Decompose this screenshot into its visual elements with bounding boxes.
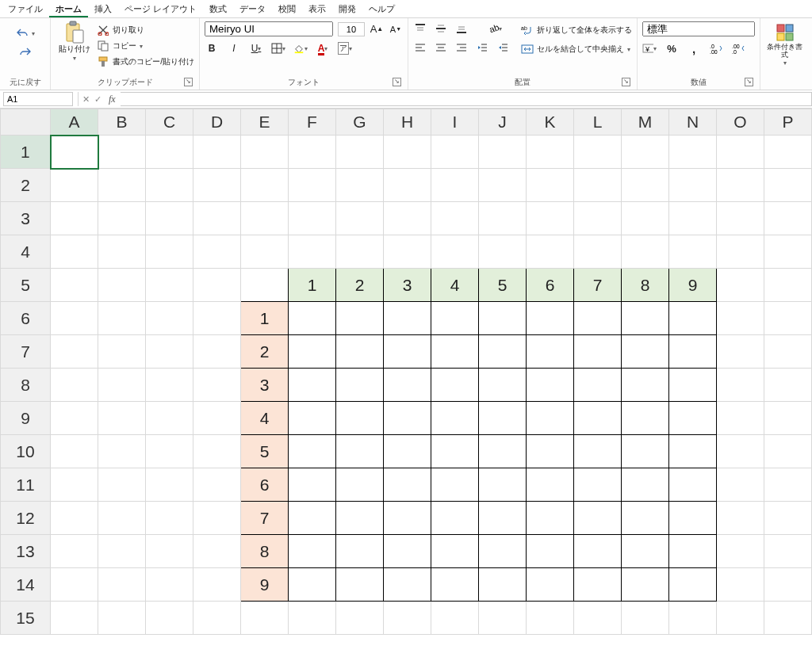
cell-O1[interactable]: [717, 136, 764, 169]
cell-F7[interactable]: [289, 335, 336, 369]
shrink-font-icon[interactable]: A▼: [389, 22, 403, 36]
menu-item-3[interactable]: ページ レイアウト: [118, 1, 203, 17]
cell-A2[interactable]: [51, 169, 98, 202]
cell-A13[interactable]: [51, 535, 98, 568]
conditional-formatting-button[interactable]: 条件付き書式: [765, 21, 805, 67]
cell-J10[interactable]: [479, 435, 527, 468]
cell-D5[interactable]: [193, 269, 241, 302]
indent-decrease-icon[interactable]: [475, 40, 489, 55]
align-center-icon[interactable]: [434, 40, 448, 55]
cell-K11[interactable]: [527, 468, 574, 502]
row-header-5[interactable]: 5: [1, 269, 51, 302]
cell-F13[interactable]: [289, 535, 336, 568]
cell-I5[interactable]: 4: [431, 269, 479, 302]
cell-P1[interactable]: [764, 136, 812, 169]
cell-I4[interactable]: [431, 235, 479, 269]
col-header-L[interactable]: L: [574, 109, 622, 136]
cell-P8[interactable]: [764, 369, 812, 402]
cell-K10[interactable]: [527, 435, 574, 468]
menu-item-8[interactable]: 開発: [332, 1, 362, 17]
cell-K2[interactable]: [527, 169, 574, 202]
cut-button[interactable]: 切り取り: [97, 23, 194, 37]
cell-C5[interactable]: [146, 269, 193, 302]
row-header-10[interactable]: 10: [1, 435, 51, 468]
cell-G5[interactable]: 2: [336, 269, 384, 302]
cell-E4[interactable]: [241, 235, 289, 269]
cell-L14[interactable]: [574, 568, 622, 602]
cell-N7[interactable]: [669, 335, 717, 369]
cell-A12[interactable]: [51, 502, 98, 535]
row-header-15[interactable]: 15: [1, 602, 51, 635]
cell-O14[interactable]: [717, 568, 764, 602]
cell-D7[interactable]: [193, 335, 241, 369]
cell-F12[interactable]: [289, 502, 336, 535]
cell-O6[interactable]: [717, 302, 764, 335]
cell-F15[interactable]: [289, 602, 336, 635]
percent-button[interactable]: %: [665, 41, 679, 55]
cell-L11[interactable]: [574, 468, 622, 502]
cell-E3[interactable]: [241, 202, 289, 235]
font-size-select[interactable]: [338, 22, 365, 36]
cell-F8[interactable]: [289, 369, 336, 402]
cell-D1[interactable]: [193, 136, 241, 169]
cell-B15[interactable]: [98, 602, 146, 635]
cell-L5[interactable]: 7: [574, 269, 622, 302]
cell-B6[interactable]: [98, 302, 146, 335]
cell-D8[interactable]: [193, 369, 241, 402]
col-header-B[interactable]: B: [98, 109, 146, 136]
cell-D2[interactable]: [193, 169, 241, 202]
cell-O11[interactable]: [717, 468, 764, 502]
italic-button[interactable]: I: [227, 41, 241, 55]
cell-K3[interactable]: [527, 202, 574, 235]
cell-I3[interactable]: [431, 202, 479, 235]
cell-I1[interactable]: [431, 136, 479, 169]
cell-G9[interactable]: [336, 402, 384, 435]
cell-C13[interactable]: [146, 535, 193, 568]
cell-P5[interactable]: [764, 269, 812, 302]
cell-G1[interactable]: [336, 136, 384, 169]
cell-K8[interactable]: [527, 369, 574, 402]
cell-L13[interactable]: [574, 535, 622, 568]
menu-item-6[interactable]: 校閲: [272, 1, 302, 17]
cell-E12[interactable]: 7: [241, 502, 289, 535]
cell-P4[interactable]: [764, 235, 812, 269]
cell-K6[interactable]: [527, 302, 574, 335]
cell-I2[interactable]: [431, 169, 479, 202]
cell-G13[interactable]: [336, 535, 384, 568]
col-header-E[interactable]: E: [241, 109, 289, 136]
cell-O4[interactable]: [717, 235, 764, 269]
cell-O8[interactable]: [717, 369, 764, 402]
menu-item-9[interactable]: ヘルプ: [362, 1, 401, 17]
cell-G11[interactable]: [336, 468, 384, 502]
cell-I9[interactable]: [431, 402, 479, 435]
menu-item-0[interactable]: ファイル: [2, 1, 49, 17]
cell-P10[interactable]: [764, 435, 812, 468]
merge-center-button[interactable]: セルを結合して中央揃え: [521, 42, 632, 56]
cell-C8[interactable]: [146, 369, 193, 402]
row-header-1[interactable]: 1: [1, 136, 51, 169]
cell-F2[interactable]: [289, 169, 336, 202]
cell-O3[interactable]: [717, 202, 764, 235]
cell-K14[interactable]: [527, 568, 574, 602]
cell-K9[interactable]: [527, 402, 574, 435]
cell-L3[interactable]: [574, 202, 622, 235]
cell-F3[interactable]: [289, 202, 336, 235]
cell-G7[interactable]: [336, 335, 384, 369]
cell-J11[interactable]: [479, 468, 527, 502]
cell-M10[interactable]: [622, 435, 669, 468]
cell-M14[interactable]: [622, 568, 669, 602]
cell-J3[interactable]: [479, 202, 527, 235]
cell-M1[interactable]: [622, 136, 669, 169]
cell-A14[interactable]: [51, 568, 98, 602]
font-launcher-icon[interactable]: ↘: [393, 78, 401, 86]
cell-J2[interactable]: [479, 169, 527, 202]
align-left-icon[interactable]: [413, 40, 427, 55]
cell-L7[interactable]: [574, 335, 622, 369]
cell-J12[interactable]: [479, 502, 527, 535]
cell-A5[interactable]: [51, 269, 98, 302]
col-header-F[interactable]: F: [289, 109, 336, 136]
cancel-icon[interactable]: ✕: [80, 94, 92, 105]
cell-C7[interactable]: [146, 335, 193, 369]
cell-H10[interactable]: [384, 435, 431, 468]
orientation-button[interactable]: ab: [488, 21, 502, 36]
